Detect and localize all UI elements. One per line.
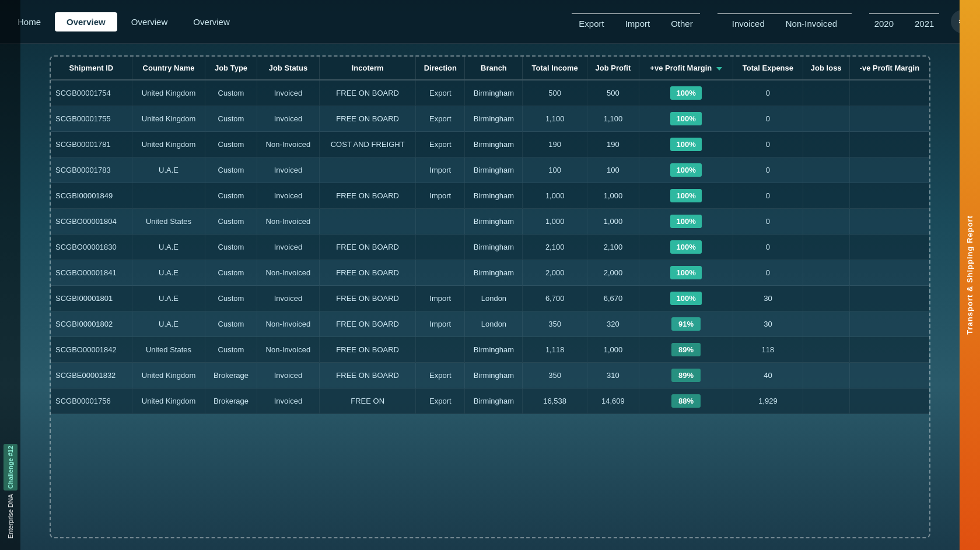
col-neg-margin: -ve Profit Margin	[849, 57, 929, 80]
profit-margin-badge: 100%	[670, 240, 701, 254]
table-row: SCGBI00001801 U.A.E Custom Invoiced FREE…	[51, 286, 929, 311]
cell-profit-margin: 100%	[639, 183, 733, 209]
table-row: SCGB00001781 United Kingdom Custom Non-I…	[51, 132, 929, 157]
filter-2021[interactable]: 2021	[910, 16, 939, 31]
cell-shipment-id: SCGBO00001842	[51, 337, 132, 363]
tab-overview-2[interactable]: Overview	[120, 12, 180, 31]
cell-job-profit: 2,000	[587, 260, 639, 286]
col-profit-margin: +ve Profit Margin	[639, 57, 733, 80]
cell-incoterm: FREE ON BOARD	[320, 363, 416, 388]
challenge-badge: Challenge #12	[4, 444, 18, 491]
cell-neg-margin	[849, 80, 929, 106]
cell-job-type: Custom	[205, 157, 257, 183]
cell-direction	[416, 209, 465, 234]
filter-2020[interactable]: 2020	[870, 16, 898, 31]
cell-profit-margin: 100%	[639, 80, 733, 106]
data-table-container: Shipment ID Country Name Job Type Job St…	[50, 55, 930, 538]
cell-job-loss	[803, 234, 849, 260]
filter-export[interactable]: Export	[574, 16, 608, 31]
cell-job-loss	[803, 157, 849, 183]
cell-shipment-id: SCGBE00001832	[51, 363, 132, 388]
cell-shipment-id: SCGB00001755	[51, 106, 132, 132]
cell-country: United Kingdom	[132, 80, 205, 106]
cell-job-status: Non-Invoiced	[257, 132, 319, 157]
cell-neg-margin	[849, 286, 929, 311]
cell-job-type: Custom	[205, 80, 257, 106]
cell-total-income: 190	[523, 132, 587, 157]
cell-neg-margin	[849, 363, 929, 388]
cell-job-profit: 6,670	[587, 286, 639, 311]
cell-incoterm: FREE ON BOARD	[320, 106, 416, 132]
cell-country	[132, 183, 205, 209]
cell-incoterm: FREE ON BOARD	[320, 337, 416, 363]
cell-neg-margin	[849, 234, 929, 260]
table-scroll-area[interactable]: Shipment ID Country Name Job Type Job St…	[51, 57, 929, 537]
cell-neg-margin	[849, 209, 929, 234]
col-total-expense: Total Expense	[733, 57, 803, 80]
filter-non-invoiced[interactable]: Non-Invoiced	[781, 16, 842, 31]
table-row: SCGB00001756 United Kingdom Brokerage In…	[51, 388, 929, 414]
tab-overview-1[interactable]: Overview	[55, 12, 117, 31]
cell-shipment-id: SCGB00001756	[51, 388, 132, 414]
filter-other[interactable]: Other	[666, 16, 698, 31]
top-navigation: Home Overview Overview Overview Export I…	[0, 0, 980, 44]
cell-branch: Birmingham	[465, 209, 523, 234]
cell-job-type: Custom	[205, 234, 257, 260]
cell-branch: Birmingham	[465, 80, 523, 106]
cell-job-loss	[803, 388, 849, 414]
profit-margin-badge: 100%	[670, 112, 701, 125]
cell-job-profit: 1,000	[587, 209, 639, 234]
cell-incoterm: COST AND FREIGHT	[320, 132, 416, 157]
cell-job-loss	[803, 183, 849, 209]
cell-profit-margin: 100%	[639, 209, 733, 234]
cell-total-expense: 0	[733, 80, 803, 106]
cell-job-profit: 100	[587, 157, 639, 183]
cell-profit-margin: 100%	[639, 286, 733, 311]
cell-incoterm: FREE ON BOARD	[320, 234, 416, 260]
cell-total-expense: 40	[733, 363, 803, 388]
cell-job-type: Brokerage	[205, 363, 257, 388]
profit-margin-badge: 89%	[671, 369, 701, 382]
filter-line-3	[869, 13, 939, 14]
cell-profit-margin: 100%	[639, 234, 733, 260]
cell-incoterm: FREE ON BOARD	[320, 311, 416, 337]
profit-margin-badge: 100%	[670, 189, 701, 202]
cell-shipment-id: SCGBI00001801	[51, 286, 132, 311]
profit-margin-badge: 88%	[671, 394, 701, 408]
cell-total-expense: 1,929	[733, 388, 803, 414]
tab-overview-3[interactable]: Overview	[181, 12, 242, 31]
cell-incoterm: FREE ON	[320, 388, 416, 414]
cell-total-expense: 0	[733, 157, 803, 183]
cell-shipment-id: SCGB00001754	[51, 80, 132, 106]
profit-margin-badge: 100%	[670, 138, 701, 151]
brand-label: Enterprise DNA	[7, 494, 14, 538]
cell-profit-margin: 100%	[639, 157, 733, 183]
cell-total-income: 1,000	[523, 183, 587, 209]
cell-profit-margin: 100%	[639, 260, 733, 286]
col-branch: Branch	[465, 57, 523, 80]
profit-margin-badge: 100%	[670, 86, 701, 100]
cell-branch: Birmingham	[465, 132, 523, 157]
cell-total-income: 2,000	[523, 260, 587, 286]
cell-job-status: Non-Invoiced	[257, 260, 319, 286]
table-row: SCGBE00001832 United Kingdom Brokerage I…	[51, 363, 929, 388]
cell-job-type: Brokerage	[205, 388, 257, 414]
filter-invoiced[interactable]: Invoiced	[727, 16, 769, 31]
cell-shipment-id: SCGBI00001849	[51, 183, 132, 209]
filter-import[interactable]: Import	[621, 16, 655, 31]
cell-total-expense: 0	[733, 106, 803, 132]
cell-job-loss	[803, 311, 849, 337]
filter-items-year: 2020 2021	[870, 16, 939, 31]
cell-job-loss	[803, 132, 849, 157]
left-side-panel: Challenge #12 Enterprise DNA	[0, 0, 20, 550]
cell-job-loss	[803, 286, 849, 311]
cell-job-loss	[803, 363, 849, 388]
cell-job-profit: 1,000	[587, 183, 639, 209]
cell-job-status: Invoiced	[257, 157, 319, 183]
cell-total-expense: 0	[733, 132, 803, 157]
col-incoterm: Incoterm	[320, 57, 416, 80]
cell-job-type: Custom	[205, 260, 257, 286]
cell-incoterm	[320, 157, 416, 183]
cell-job-type: Custom	[205, 132, 257, 157]
cell-job-profit: 1,000	[587, 337, 639, 363]
